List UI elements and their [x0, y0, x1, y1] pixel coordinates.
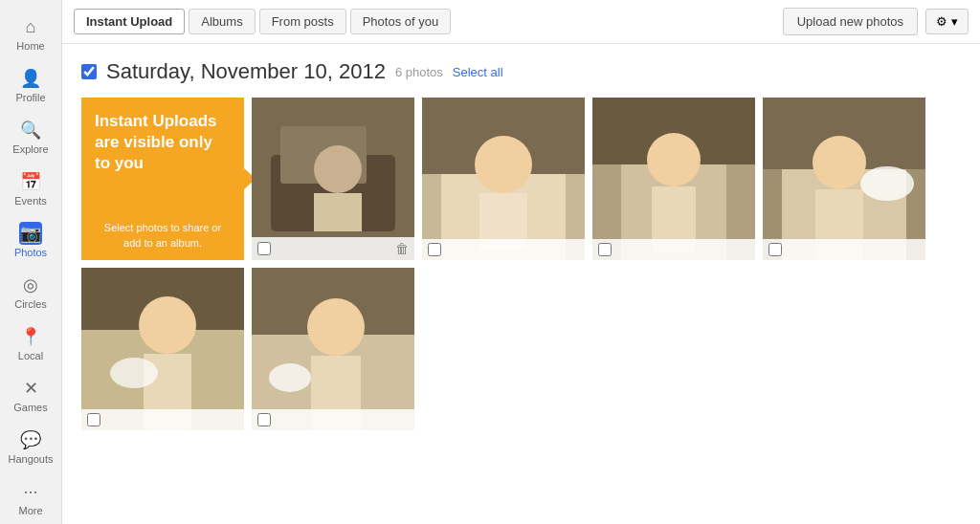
- delete-icon-1[interactable]: 🗑: [395, 241, 409, 256]
- svg-point-32: [269, 363, 311, 392]
- home-icon: ⌂: [19, 15, 42, 38]
- profile-icon: 👤: [19, 67, 42, 90]
- sidebar-label-events: Events: [14, 195, 47, 207]
- photo-thumbnail-4: [763, 98, 925, 260]
- photos-icon: 📷: [19, 222, 42, 245]
- svg-point-13: [647, 133, 701, 186]
- photo-4-footer: [763, 239, 925, 260]
- events-icon: 📅: [19, 170, 42, 193]
- gear-icon: ⚙: [936, 14, 947, 29]
- photo-3-footer: [592, 239, 755, 260]
- upload-new-photos-button[interactable]: Upload new photos: [783, 8, 918, 35]
- sidebar-item-hangouts[interactable]: 💬 Hangouts: [0, 421, 61, 472]
- sidebar-item-events[interactable]: 📅 Events: [0, 163, 61, 214]
- sidebar-label-hangouts: Hangouts: [8, 453, 53, 465]
- svg-point-3: [314, 145, 362, 193]
- photo-3-checkbox[interactable]: [598, 243, 612, 256]
- photo-2-checkbox[interactable]: [428, 243, 441, 256]
- tab-from-posts[interactable]: From posts: [259, 9, 346, 34]
- settings-button[interactable]: ⚙ ▾: [925, 9, 969, 34]
- photo-cell-5[interactable]: [81, 268, 244, 430]
- photo-cell-1[interactable]: 🗑: [252, 98, 414, 260]
- svg-point-8: [475, 136, 532, 193]
- sidebar-item-photos[interactable]: 📷 Photos: [0, 214, 61, 266]
- photo-thumbnail-3: [592, 98, 755, 260]
- sidebar-item-circles[interactable]: ◎ Circles: [0, 266, 61, 317]
- instant-upload-info-card: Instant Uploads are visible only to you …: [81, 98, 244, 260]
- photo-count: 6 photos: [395, 65, 443, 79]
- sidebar-label-explore: Explore: [12, 143, 48, 155]
- photo-thumbnail-6: [252, 268, 414, 430]
- photo-cell-2[interactable]: [422, 98, 585, 260]
- photo-thumbnail-2: [422, 98, 585, 260]
- games-icon: ✕: [19, 377, 42, 400]
- svg-point-26: [110, 358, 158, 388]
- sidebar-label-home: Home: [16, 40, 44, 52]
- photo-thumbnail-1: [252, 98, 414, 260]
- hangouts-icon: 💬: [19, 428, 42, 451]
- settings-arrow-icon: ▾: [951, 14, 958, 29]
- topbar: Instant Upload Albums From posts Photos …: [62, 0, 980, 44]
- more-icon: ···: [19, 480, 42, 503]
- sidebar-item-explore[interactable]: 🔍 Explore: [0, 111, 61, 163]
- photo-cell-4[interactable]: [763, 98, 925, 260]
- photo-1-footer: 🗑: [252, 237, 414, 260]
- sidebar-label-circles: Circles: [14, 298, 47, 310]
- photo-4-checkbox[interactable]: [768, 243, 782, 256]
- photo-1-checkbox[interactable]: [257, 242, 271, 255]
- date-select-all-checkbox[interactable]: [81, 64, 97, 79]
- date-header: Saturday, November 10, 2012 6 photos Sel…: [81, 59, 961, 84]
- sidebar-label-games: Games: [13, 402, 47, 413]
- tab-instant-upload[interactable]: Instant Upload: [74, 9, 185, 34]
- sidebar-item-games[interactable]: ✕ Games: [0, 369, 61, 421]
- photo-row-2: [81, 268, 961, 430]
- sidebar-item-more[interactable]: ··· More: [0, 472, 61, 524]
- svg-point-20: [860, 166, 914, 201]
- tab-photos-of-you[interactable]: Photos of you: [350, 9, 452, 34]
- photo-6-checkbox[interactable]: [257, 413, 271, 426]
- sidebar: ⌂ Home 👤 Profile 🔍 Explore 📅 Events 📷 Ph…: [0, 0, 62, 524]
- topbar-actions: Upload new photos ⚙ ▾: [783, 8, 969, 35]
- info-card-subtitle: Select photos to share or add to an albu…: [95, 221, 231, 251]
- photo-2-footer: [422, 239, 585, 260]
- explore-icon: 🔍: [19, 119, 42, 142]
- svg-point-24: [139, 296, 196, 354]
- tab-group: Instant Upload Albums From posts Photos …: [74, 9, 451, 34]
- sidebar-item-profile[interactable]: 👤 Profile: [0, 59, 61, 111]
- sidebar-label-more: More: [18, 505, 42, 516]
- svg-point-30: [307, 298, 365, 356]
- main-content: Instant Upload Albums From posts Photos …: [62, 0, 980, 524]
- photo-content: Saturday, November 10, 2012 6 photos Sel…: [62, 44, 980, 524]
- sidebar-item-home[interactable]: ⌂ Home: [0, 8, 61, 59]
- date-title: Saturday, November 10, 2012: [106, 59, 386, 84]
- photo-thumbnail-5: [81, 268, 244, 430]
- sidebar-label-profile: Profile: [15, 92, 45, 103]
- sidebar-label-photos: Photos: [14, 247, 47, 258]
- tab-albums[interactable]: Albums: [189, 9, 255, 34]
- photo-cell-3[interactable]: [592, 98, 755, 260]
- select-all-link[interactable]: Select all: [453, 65, 503, 79]
- photo-cell-6[interactable]: [252, 268, 414, 430]
- photo-row-1: Instant Uploads are visible only to you …: [81, 98, 961, 260]
- photo-5-footer: [81, 409, 244, 430]
- info-card-title: Instant Uploads are visible only to you: [95, 111, 231, 174]
- svg-rect-4: [314, 193, 362, 231]
- circles-icon: ◎: [19, 273, 42, 296]
- svg-point-18: [813, 136, 866, 189]
- sidebar-label-local: Local: [18, 350, 43, 361]
- photo-6-footer: [252, 409, 414, 430]
- photo-5-checkbox[interactable]: [87, 413, 100, 426]
- sidebar-item-local[interactable]: 📍 Local: [0, 317, 61, 369]
- local-icon: 📍: [19, 325, 42, 348]
